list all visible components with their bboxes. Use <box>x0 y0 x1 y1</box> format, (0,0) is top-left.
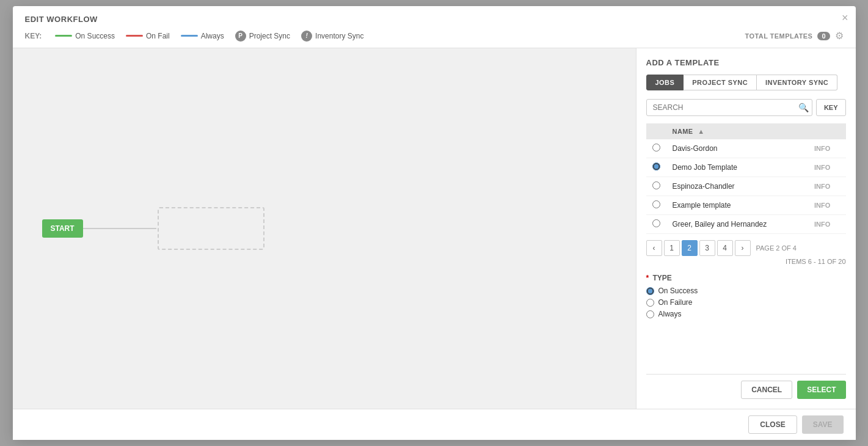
search-button[interactable]: 🔍 <box>798 103 809 112</box>
template-name-1: Davis-Gordon <box>666 139 808 158</box>
type-option-on-success: On Success <box>646 287 846 295</box>
total-templates-area: TOTAL TEMPLATES 0 ⚙ <box>745 30 843 42</box>
info-link-2[interactable]: INFO <box>808 158 846 177</box>
required-asterisk: * <box>646 274 649 282</box>
select-button[interactable]: SELECT <box>797 381 845 399</box>
template-radio-2[interactable] <box>652 163 660 170</box>
modal-dismiss-button[interactable]: × <box>842 12 848 23</box>
start-button[interactable]: START <box>42 219 83 238</box>
next-page-button[interactable]: › <box>735 240 751 256</box>
template-radio-3[interactable] <box>652 181 660 189</box>
search-row: 🔍 KEY <box>646 99 846 116</box>
pagination-row: ‹ 1 2 3 4 › PAGE 2 OF 4 ITEMS 6 - 11 OF … <box>646 240 846 265</box>
on-failure-radio[interactable] <box>646 299 654 307</box>
save-button: SAVE <box>802 415 844 434</box>
type-option-on-failure: On Failure <box>646 298 846 307</box>
key-button[interactable]: KEY <box>816 99 846 116</box>
modal-body: START ADD A TEMPLATE JOBS PROJECT SYNC I… <box>13 48 856 409</box>
search-input-wrap: 🔍 <box>646 99 812 116</box>
tab-inventory-sync[interactable]: INVENTORY SYNC <box>757 75 837 90</box>
total-count-badge: 0 <box>817 32 830 40</box>
info-link-5[interactable]: INFO <box>808 215 846 234</box>
modal-overlay: × EDIT WORKFLOW KEY: On Success On Fail <box>0 0 868 446</box>
template-radio-1[interactable] <box>652 144 660 152</box>
inventory-sync-label: Inventory Sync <box>315 32 363 40</box>
on-fail-line <box>126 35 143 37</box>
key-always: Always <box>181 32 224 40</box>
empty-node[interactable] <box>158 207 264 250</box>
always-type-label: Always <box>658 310 682 318</box>
project-sync-badge: P <box>235 31 246 42</box>
page-4-button[interactable]: 4 <box>717 240 733 256</box>
type-label: * TYPE <box>646 274 846 282</box>
radio-cell[interactable] <box>646 215 666 234</box>
on-fail-label: On Fail <box>146 32 170 40</box>
total-templates-label: TOTAL TEMPLATES <box>745 32 812 40</box>
panel-title: ADD A TEMPLATE <box>646 58 846 67</box>
on-success-radio[interactable] <box>646 287 654 295</box>
table-row: Greer, Bailey and Hernandez INFO <box>646 215 846 234</box>
settings-button[interactable]: ⚙ <box>835 30 844 42</box>
inventory-sync-badge: ! <box>301 31 312 42</box>
items-info: ITEMS 6 - 11 OF 20 <box>786 258 845 265</box>
tab-project-sync[interactable]: PROJECT SYNC <box>684 75 757 90</box>
radio-cell[interactable] <box>646 158 666 177</box>
radio-cell[interactable] <box>646 139 666 158</box>
page-2-button[interactable]: 2 <box>682 240 698 256</box>
tab-jobs[interactable]: JOBS <box>646 75 684 90</box>
table-row: Espinoza-Chandler INFO <box>646 177 846 196</box>
templates-table: NAME ▲ Davis-Gordon INFO <box>646 123 846 234</box>
on-success-line <box>55 35 72 37</box>
close-button[interactable]: CLOSE <box>748 415 797 434</box>
key-on-fail: On Fail <box>126 32 170 40</box>
info-col-header <box>808 123 846 139</box>
sort-arrow: ▲ <box>698 128 704 135</box>
on-success-label: On Success <box>75 32 115 40</box>
key-on-success: On Success <box>55 32 115 40</box>
always-radio[interactable] <box>646 310 654 318</box>
key-bar: KEY: On Success On Fail Always <box>25 30 844 48</box>
info-link-4[interactable]: INFO <box>808 196 846 215</box>
prev-page-button[interactable]: ‹ <box>646 240 662 256</box>
on-failure-type-label: On Failure <box>658 298 693 307</box>
template-name-4: Example template <box>666 196 808 215</box>
type-option-always: Always <box>646 310 846 318</box>
type-section: * TYPE On Success On Failure Always <box>646 274 846 321</box>
always-label: Always <box>201 32 224 40</box>
page-1-button[interactable]: 1 <box>664 240 680 256</box>
edit-workflow-modal: × EDIT WORKFLOW KEY: On Success On Fail <box>13 6 856 440</box>
template-name-5: Greer, Bailey and Hernandez <box>666 215 808 234</box>
project-sync-label: Project Sync <box>249 32 290 40</box>
page-3-button[interactable]: 3 <box>699 240 715 256</box>
modal-header: EDIT WORKFLOW KEY: On Success On Fail Al… <box>13 6 856 48</box>
key-project-sync: P Project Sync <box>235 31 290 42</box>
template-radio-5[interactable] <box>652 219 660 227</box>
modal-footer: CLOSE SAVE <box>13 409 856 440</box>
cancel-button[interactable]: CANCEL <box>741 381 792 399</box>
radio-cell[interactable] <box>646 177 666 196</box>
table-row: Davis-Gordon INFO <box>646 139 846 158</box>
search-input[interactable] <box>646 99 812 116</box>
info-link-3[interactable]: INFO <box>808 177 846 196</box>
connector-line <box>83 228 156 229</box>
template-name-3: Espinoza-Chandler <box>666 177 808 196</box>
radio-cell[interactable] <box>646 196 666 215</box>
on-success-type-label: On Success <box>658 287 698 295</box>
template-name-2: Demo Job Template <box>666 158 808 177</box>
radio-col-header <box>646 123 666 139</box>
key-inventory-sync: ! Inventory Sync <box>301 31 363 42</box>
right-panel: ADD A TEMPLATE JOBS PROJECT SYNC INVENTO… <box>636 48 856 409</box>
key-label: KEY: <box>25 32 42 40</box>
table-row: Example template INFO <box>646 196 846 215</box>
template-radio-4[interactable] <box>652 200 660 208</box>
template-type-tabs: JOBS PROJECT SYNC INVENTORY SYNC <box>646 75 846 90</box>
modal-title: EDIT WORKFLOW <box>25 15 844 24</box>
name-col-header[interactable]: NAME ▲ <box>666 123 808 139</box>
always-line <box>181 35 198 37</box>
workflow-canvas[interactable]: START <box>13 48 636 409</box>
page-info: PAGE 2 OF 4 <box>756 244 797 252</box>
table-row: Demo Job Template INFO <box>646 158 846 177</box>
panel-footer: CANCEL SELECT <box>646 374 846 399</box>
info-link-1[interactable]: INFO <box>808 139 846 158</box>
